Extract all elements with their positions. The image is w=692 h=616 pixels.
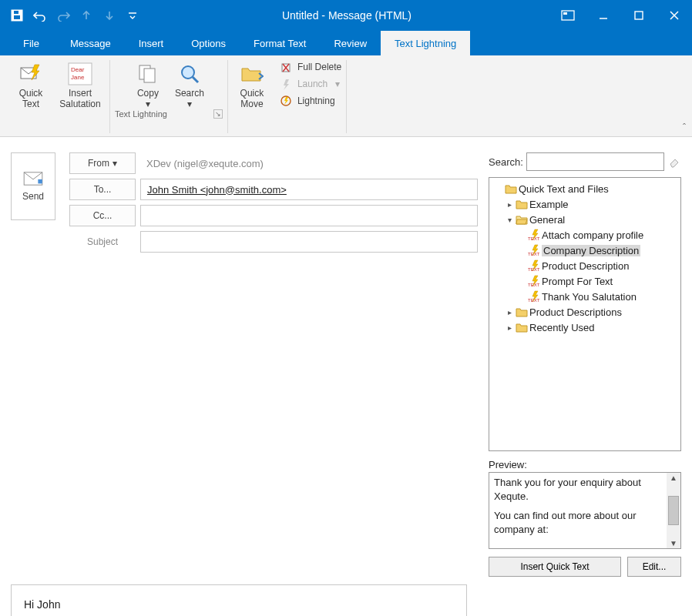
subject-field[interactable]: [140, 231, 478, 253]
collapse-ribbon-icon[interactable]: ˆ: [683, 122, 686, 133]
folder-open-icon: [516, 213, 528, 226]
cc-field[interactable]: [140, 205, 478, 226]
lightning-icon: [279, 94, 293, 108]
window-controls: [550, 0, 692, 31]
insert-quick-text-button[interactable]: Insert Quick Text: [489, 557, 621, 577]
tab-insert[interactable]: Insert: [125, 31, 178, 55]
lightning-button[interactable]: Lightning: [279, 94, 341, 108]
next-icon: [99, 5, 120, 26]
tree-general[interactable]: ▾ General: [491, 212, 679, 227]
minimize-icon[interactable]: [586, 0, 621, 31]
svg-rect-2: [14, 11, 18, 14]
tree-item-prompt[interactable]: ▸ TEXT Prompt For Text: [491, 273, 679, 289]
folder-icon: [516, 306, 528, 318]
tab-options[interactable]: Options: [177, 31, 240, 55]
window-title: Untitled - Message (HTML): [143, 9, 550, 22]
title-bar: Untitled - Message (HTML): [0, 0, 692, 31]
scroll-up-icon[interactable]: ▲: [670, 473, 677, 484]
text-item-icon: TEXT: [528, 244, 540, 256]
svg-text:TEXT: TEXT: [528, 236, 540, 241]
svg-rect-5: [563, 12, 567, 15]
svg-point-15: [182, 66, 194, 79]
folder-icon: [516, 198, 528, 210]
quick-text-panel: Search: ▸ Quick Text and Files ▸ Example: [489, 152, 681, 577]
splitter-handle[interactable]: ⋮: [478, 584, 482, 616]
magnifier-icon: [177, 62, 202, 86]
svg-text:Jane: Jane: [71, 74, 85, 81]
svg-marker-20: [284, 97, 288, 105]
tab-format-text[interactable]: Format Text: [240, 31, 320, 55]
edit-button[interactable]: Edit...: [627, 557, 681, 577]
svg-text:TEXT: TEXT: [528, 298, 540, 303]
svg-rect-14: [144, 69, 155, 82]
ribbon-body: QuickText DearJane InsertSalutation Copy…: [0, 55, 692, 137]
folder-icon: [505, 182, 517, 195]
cc-button[interactable]: Cc...: [69, 205, 136, 226]
from-button[interactable]: From▾: [69, 152, 136, 174]
quick-move-button[interactable]: QuickMove: [233, 60, 271, 109]
qat-customize-icon[interactable]: [122, 5, 143, 26]
undo-icon[interactable]: [29, 5, 51, 26]
scroll-thumb[interactable]: [668, 496, 679, 525]
message-body[interactable]: Hi John Thank you for your enquiry about…: [11, 584, 467, 616]
envelope-lightning-icon: [18, 62, 43, 86]
chevron-down-icon: ▾: [113, 158, 117, 169]
to-field[interactable]: John Smith <john@smith.com>: [140, 179, 478, 200]
eraser-icon[interactable]: [667, 155, 681, 169]
tab-review[interactable]: Review: [320, 31, 381, 55]
launch-icon: [279, 77, 293, 91]
maximize-icon[interactable]: [621, 0, 657, 31]
svg-rect-4: [562, 11, 574, 20]
tab-message[interactable]: Message: [56, 31, 125, 55]
quick-text-tree[interactable]: ▸ Quick Text and Files ▸ Example ▾ Gener…: [491, 181, 679, 335]
tree-product-descriptions[interactable]: ▸ Product Descriptions: [491, 304, 679, 320]
dropdown-caret-icon: ▾: [146, 99, 150, 109]
svg-line-16: [193, 77, 198, 82]
scroll-down-icon[interactable]: ▼: [670, 538, 677, 549]
ribbon-tabs: File Message Insert Options Format Text …: [0, 31, 692, 55]
copy-icon: [136, 62, 160, 86]
close-icon[interactable]: [657, 0, 692, 31]
text-item-icon: TEXT: [528, 229, 540, 241]
previous-icon: [76, 5, 97, 26]
tree-item-attach[interactable]: ▸ TEXT Attach company profile: [491, 227, 679, 243]
preview-label: Preview:: [489, 459, 681, 470]
text-item-icon: TEXT: [528, 275, 540, 287]
preview-scrollbar[interactable]: ▲ ▼: [667, 473, 680, 548]
search-button[interactable]: Search▾: [170, 60, 209, 109]
group-launcher-icon[interactable]: ↘: [213, 109, 223, 119]
dear-jane-icon: DearJane: [68, 62, 92, 86]
dropdown-caret-icon: ▾: [187, 99, 192, 109]
search-label: Search:: [489, 156, 523, 168]
send-button[interactable]: Send: [11, 152, 55, 220]
tree-item-thank-you[interactable]: ▸ TEXT Thank You Salutation: [491, 289, 679, 304]
tree-item-company-description[interactable]: ▸ TEXT Company Description: [491, 243, 679, 258]
text-item-icon: TEXT: [528, 290, 540, 303]
save-icon[interactable]: [6, 5, 28, 26]
quick-access-toolbar: [0, 5, 143, 26]
full-delete-button[interactable]: Full Delete: [279, 60, 341, 74]
to-button[interactable]: To...: [69, 179, 136, 200]
tree-recently-used[interactable]: ▸ Recently Used: [491, 320, 679, 335]
ribbon-display-icon[interactable]: [550, 0, 586, 31]
svg-text:TEXT: TEXT: [528, 252, 540, 256]
quick-text-button[interactable]: QuickText: [9, 60, 52, 109]
redo-icon: [52, 5, 74, 26]
svg-text:TEXT: TEXT: [528, 283, 540, 287]
tree-item-product-description[interactable]: ▸ TEXT Product Description: [491, 258, 679, 273]
insert-salutation-button[interactable]: DearJane InsertSalutation: [55, 60, 105, 109]
folder-icon: [516, 321, 528, 333]
svg-rect-22: [38, 179, 42, 183]
copy-button[interactable]: Copy▾: [129, 60, 167, 109]
svg-rect-7: [635, 12, 643, 19]
tab-file[interactable]: File: [6, 31, 56, 55]
folder-move-icon: [240, 62, 264, 86]
tab-text-lightning[interactable]: Text Lightning: [381, 31, 470, 55]
from-value: XDev (nigel@xequte.com): [140, 152, 478, 174]
search-input[interactable]: [526, 152, 664, 171]
tree-example[interactable]: ▸ Example: [491, 196, 679, 212]
send-envelope-icon: [22, 171, 44, 186]
ribbon-group-label: Text Lightning: [115, 109, 167, 119]
tree-root[interactable]: ▸ Quick Text and Files: [491, 181, 679, 196]
delete-icon: [279, 60, 293, 74]
